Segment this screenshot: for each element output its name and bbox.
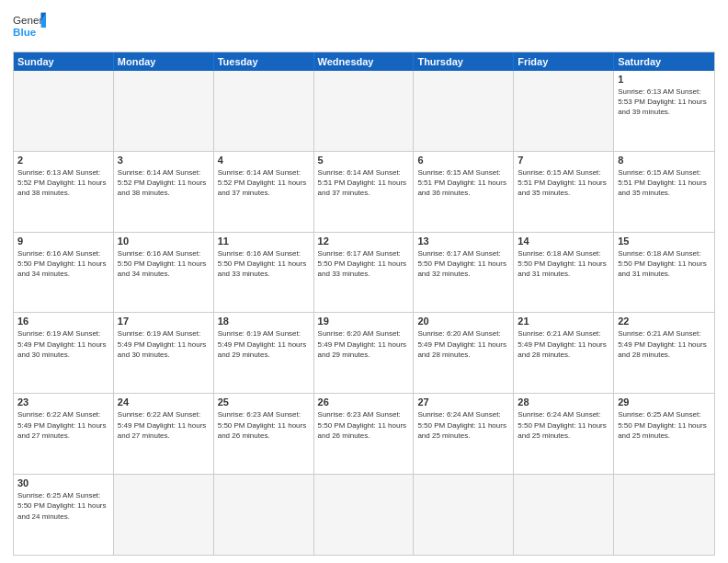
day-info: Sunrise: 6:21 AM Sunset: 5:49 PM Dayligh…: [518, 328, 609, 360]
day-number: 5: [318, 155, 410, 166]
day-info: Sunrise: 6:14 AM Sunset: 5:52 PM Dayligh…: [218, 167, 310, 199]
empty-cell: [614, 475, 714, 555]
day-cell-7: 7Sunrise: 6:15 AM Sunset: 5:51 PM Daylig…: [514, 152, 614, 232]
day-info: Sunrise: 6:21 AM Sunset: 5:49 PM Dayligh…: [618, 328, 711, 360]
day-number: 17: [118, 316, 210, 327]
week-1: 1Sunrise: 6:13 AM Sunset: 5:53 PM Daylig…: [14, 71, 714, 152]
calendar: SundayMondayTuesdayWednesdayThursdayFrid…: [13, 52, 715, 556]
day-cell-8: 8Sunrise: 6:15 AM Sunset: 5:51 PM Daylig…: [614, 152, 714, 232]
day-cell-20: 20Sunrise: 6:20 AM Sunset: 5:49 PM Dayli…: [414, 313, 514, 393]
empty-cell: [114, 71, 214, 151]
page: General Blue SundayMondayTuesdayWednesda…: [0, 0, 728, 563]
day-cell-6: 6Sunrise: 6:15 AM Sunset: 5:51 PM Daylig…: [414, 152, 514, 232]
day-info: Sunrise: 6:24 AM Sunset: 5:50 PM Dayligh…: [417, 409, 509, 441]
day-number: 23: [17, 396, 109, 408]
day-info: Sunrise: 6:15 AM Sunset: 5:51 PM Dayligh…: [518, 167, 609, 199]
day-cell-2: 2Sunrise: 6:13 AM Sunset: 5:52 PM Daylig…: [14, 152, 114, 232]
day-info: Sunrise: 6:22 AM Sunset: 5:49 PM Dayligh…: [118, 409, 210, 441]
day-info: Sunrise: 6:13 AM Sunset: 5:53 PM Dayligh…: [618, 86, 711, 118]
day-info: Sunrise: 6:20 AM Sunset: 5:49 PM Dayligh…: [318, 328, 410, 360]
day-number: 18: [218, 316, 310, 327]
day-cell-15: 15Sunrise: 6:18 AM Sunset: 5:50 PM Dayli…: [614, 233, 714, 313]
day-cell-26: 26Sunrise: 6:23 AM Sunset: 5:50 PM Dayli…: [314, 394, 415, 474]
day-number: 29: [618, 396, 711, 408]
week-6: 30Sunrise: 6:25 AM Sunset: 5:50 PM Dayli…: [14, 475, 714, 555]
svg-text:Blue: Blue: [13, 26, 37, 38]
day-info: Sunrise: 6:25 AM Sunset: 5:50 PM Dayligh…: [618, 409, 711, 441]
day-cell-10: 10Sunrise: 6:16 AM Sunset: 5:50 PM Dayli…: [114, 233, 214, 313]
day-info: Sunrise: 6:14 AM Sunset: 5:52 PM Dayligh…: [118, 167, 210, 199]
week-4: 16Sunrise: 6:19 AM Sunset: 5:49 PM Dayli…: [14, 313, 714, 394]
day-header-wednesday: Wednesday: [314, 52, 415, 71]
day-number: 6: [417, 155, 509, 166]
day-number: 24: [118, 396, 210, 408]
empty-cell: [214, 71, 314, 151]
day-cell-5: 5Sunrise: 6:14 AM Sunset: 5:51 PM Daylig…: [314, 152, 415, 232]
day-info: Sunrise: 6:17 AM Sunset: 5:50 PM Dayligh…: [417, 248, 509, 280]
day-info: Sunrise: 6:13 AM Sunset: 5:52 PM Dayligh…: [17, 167, 109, 199]
empty-cell: [514, 71, 614, 151]
day-header-tuesday: Tuesday: [214, 52, 314, 71]
day-number: 27: [417, 396, 509, 408]
day-cell-9: 9Sunrise: 6:16 AM Sunset: 5:50 PM Daylig…: [14, 233, 114, 313]
day-cell-17: 17Sunrise: 6:19 AM Sunset: 5:49 PM Dayli…: [114, 313, 214, 393]
day-header-thursday: Thursday: [414, 52, 514, 71]
day-cell-11: 11Sunrise: 6:16 AM Sunset: 5:50 PM Dayli…: [214, 233, 314, 313]
weeks-container: 1Sunrise: 6:13 AM Sunset: 5:53 PM Daylig…: [14, 71, 714, 555]
day-cell-16: 16Sunrise: 6:19 AM Sunset: 5:49 PM Dayli…: [14, 313, 114, 393]
header: General Blue: [13, 11, 715, 44]
day-cell-30: 30Sunrise: 6:25 AM Sunset: 5:50 PM Dayli…: [14, 475, 114, 555]
day-cell-13: 13Sunrise: 6:17 AM Sunset: 5:50 PM Dayli…: [414, 233, 514, 313]
day-info: Sunrise: 6:23 AM Sunset: 5:50 PM Dayligh…: [218, 409, 310, 441]
day-number: 12: [318, 236, 410, 247]
day-info: Sunrise: 6:22 AM Sunset: 5:49 PM Dayligh…: [17, 409, 109, 441]
day-header-saturday: Saturday: [614, 52, 714, 71]
day-info: Sunrise: 6:16 AM Sunset: 5:50 PM Dayligh…: [118, 248, 210, 280]
day-number: 10: [118, 236, 210, 247]
day-number: 14: [518, 236, 609, 247]
week-2: 2Sunrise: 6:13 AM Sunset: 5:52 PM Daylig…: [14, 152, 714, 233]
day-number: 26: [318, 396, 410, 408]
day-cell-24: 24Sunrise: 6:22 AM Sunset: 5:49 PM Dayli…: [114, 394, 214, 474]
day-cell-18: 18Sunrise: 6:19 AM Sunset: 5:49 PM Dayli…: [214, 313, 314, 393]
logo-icon: General Blue: [13, 11, 46, 44]
empty-cell: [14, 71, 114, 151]
day-cell-28: 28Sunrise: 6:24 AM Sunset: 5:50 PM Dayli…: [514, 394, 614, 474]
day-info: Sunrise: 6:16 AM Sunset: 5:50 PM Dayligh…: [17, 248, 109, 280]
day-info: Sunrise: 6:16 AM Sunset: 5:50 PM Dayligh…: [218, 248, 310, 280]
day-number: 1: [618, 74, 711, 85]
empty-cell: [514, 475, 614, 555]
day-number: 19: [318, 316, 410, 327]
day-headers: SundayMondayTuesdayWednesdayThursdayFrid…: [14, 52, 714, 71]
day-cell-23: 23Sunrise: 6:22 AM Sunset: 5:49 PM Dayli…: [14, 394, 114, 474]
day-cell-21: 21Sunrise: 6:21 AM Sunset: 5:49 PM Dayli…: [514, 313, 614, 393]
day-number: 20: [417, 316, 509, 327]
empty-cell: [314, 71, 415, 151]
day-header-sunday: Sunday: [14, 52, 114, 71]
day-number: 28: [518, 396, 609, 408]
day-number: 2: [17, 155, 109, 166]
day-number: 11: [218, 236, 310, 247]
empty-cell: [414, 475, 514, 555]
day-number: 30: [17, 477, 109, 488]
empty-cell: [414, 71, 514, 151]
day-header-friday: Friday: [514, 52, 614, 71]
day-info: Sunrise: 6:20 AM Sunset: 5:49 PM Dayligh…: [417, 328, 509, 360]
day-cell-27: 27Sunrise: 6:24 AM Sunset: 5:50 PM Dayli…: [414, 394, 514, 474]
day-number: 13: [417, 236, 509, 247]
empty-cell: [114, 475, 214, 555]
empty-cell: [314, 475, 415, 555]
day-info: Sunrise: 6:17 AM Sunset: 5:50 PM Dayligh…: [318, 248, 410, 280]
day-info: Sunrise: 6:14 AM Sunset: 5:51 PM Dayligh…: [318, 167, 410, 199]
day-header-monday: Monday: [114, 52, 214, 71]
day-info: Sunrise: 6:15 AM Sunset: 5:51 PM Dayligh…: [417, 167, 509, 199]
day-cell-22: 22Sunrise: 6:21 AM Sunset: 5:49 PM Dayli…: [614, 313, 714, 393]
day-cell-3: 3Sunrise: 6:14 AM Sunset: 5:52 PM Daylig…: [114, 152, 214, 232]
day-cell-14: 14Sunrise: 6:18 AM Sunset: 5:50 PM Dayli…: [514, 233, 614, 313]
day-number: 8: [618, 155, 711, 166]
day-info: Sunrise: 6:24 AM Sunset: 5:50 PM Dayligh…: [518, 409, 609, 441]
day-number: 9: [17, 236, 109, 247]
day-cell-25: 25Sunrise: 6:23 AM Sunset: 5:50 PM Dayli…: [214, 394, 314, 474]
day-number: 25: [218, 396, 310, 408]
day-number: 21: [518, 316, 609, 327]
